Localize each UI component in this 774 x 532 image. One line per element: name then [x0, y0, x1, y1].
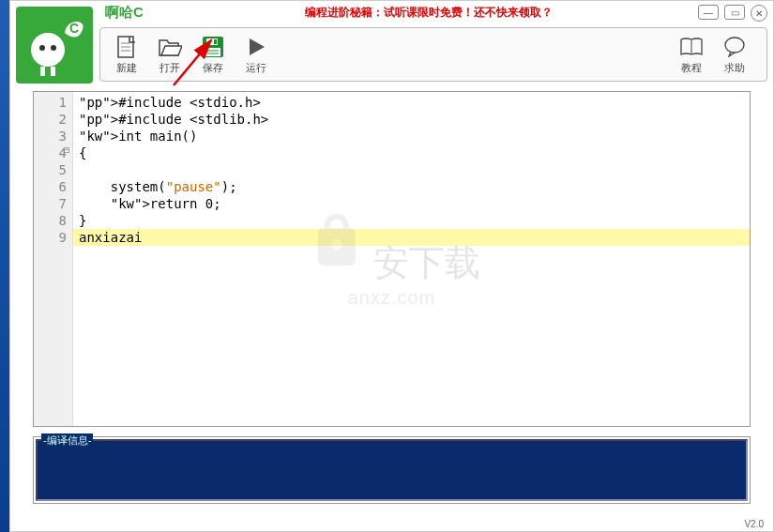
file-new-icon — [114, 35, 139, 59]
maximize-button[interactable]: ▭ — [724, 5, 745, 20]
toolbar: 新建 打开 保存 运行 教程 — [99, 27, 767, 82]
code-line[interactable]: "pp">#include <stdio.h> — [73, 94, 750, 111]
save-button[interactable]: 保存 — [194, 35, 232, 75]
line-number: 1 — [34, 94, 67, 111]
line-number: 5 — [34, 161, 67, 178]
line-number: 6 — [34, 178, 67, 195]
main-window: C 啊哈C 编程进阶秘籍：试听课限时免费！还不快来领取？ — ▭ ✕ 新建 打开 — [9, 0, 774, 532]
svg-rect-3 — [40, 67, 45, 76]
titlebar: C 啊哈C 编程进阶秘籍：试听课限时免费！还不快来领取？ — ▭ ✕ — [10, 1, 773, 23]
speech-bubble-icon — [722, 35, 747, 59]
tutorial-button[interactable]: 教程 — [673, 35, 710, 75]
line-number: 3 — [34, 128, 67, 144]
code-line[interactable]: { — [73, 144, 750, 161]
console-output[interactable]: -编译信息- — [36, 439, 748, 501]
code-editor[interactable]: 123456789 "pp">#include <stdio.h>"pp">#i… — [33, 91, 751, 427]
app-logo: C — [16, 7, 93, 84]
run-button[interactable]: 运行 — [237, 35, 275, 75]
line-number: 9 — [34, 229, 67, 246]
svg-rect-12 — [214, 39, 217, 44]
code-line[interactable]: "kw">return 0; — [73, 195, 750, 212]
code-line[interactable]: "kw">int main() — [73, 128, 750, 144]
line-number: 7 — [34, 195, 67, 212]
svg-point-1 — [39, 45, 45, 51]
svg-rect-4 — [51, 67, 55, 76]
new-button[interactable]: 新建 — [108, 35, 145, 75]
code-line[interactable] — [73, 161, 750, 178]
svg-text:C: C — [69, 21, 79, 36]
code-line[interactable]: } — [73, 212, 750, 229]
line-gutter: 123456789 — [34, 92, 73, 426]
version-label: V2.0 — [744, 519, 764, 529]
code-area[interactable]: "pp">#include <stdio.h>"pp">#include <st… — [73, 92, 750, 426]
code-line[interactable]: system("pause"); — [73, 178, 750, 195]
promo-banner[interactable]: 编程进阶秘籍：试听课限时免费！还不快来领取？ — [305, 5, 553, 21]
book-icon — [679, 35, 704, 59]
code-line[interactable]: anxiazai — [73, 229, 750, 246]
svg-point-0 — [31, 33, 65, 67]
svg-point-17 — [725, 38, 744, 53]
open-button[interactable]: 打开 — [151, 35, 189, 75]
svg-rect-13 — [205, 48, 220, 56]
code-line[interactable]: "pp">#include <stdlib.h> — [73, 111, 750, 128]
app-title: 啊哈C — [105, 4, 144, 22]
svg-point-2 — [51, 45, 56, 51]
save-icon — [201, 35, 225, 59]
folder-open-icon — [158, 35, 182, 59]
line-number: 2 — [34, 111, 67, 128]
close-button[interactable]: ✕ — [751, 5, 767, 22]
line-number: 8 — [34, 212, 67, 229]
console-panel: -编译信息- — [33, 436, 751, 504]
play-icon — [244, 35, 268, 59]
help-button[interactable]: 求助 — [716, 35, 753, 75]
minimize-button[interactable]: — — [698, 5, 719, 20]
